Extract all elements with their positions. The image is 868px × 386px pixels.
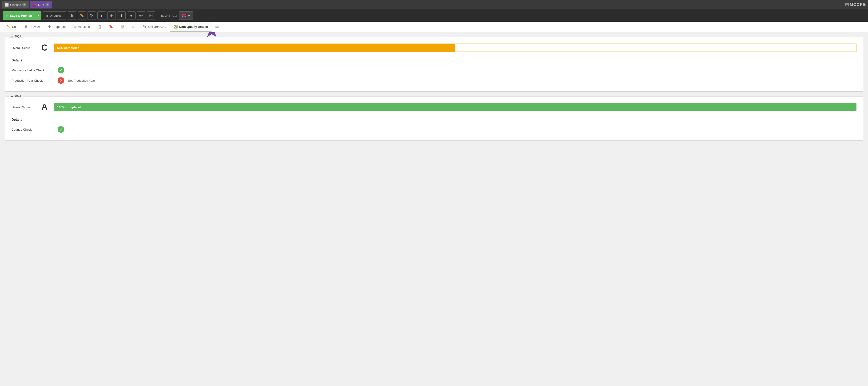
reload-icon: ↻ bbox=[90, 13, 93, 18]
flag-icon: 🇬🇧 bbox=[181, 13, 187, 18]
tab-tasks[interactable]: 📝 bbox=[117, 22, 128, 32]
dq2-grade: A bbox=[40, 102, 49, 112]
target-button[interactable]: ⊕ bbox=[107, 11, 116, 20]
eye-button[interactable]: 👁 bbox=[137, 11, 146, 20]
reload-dropdown-button[interactable]: ▼ bbox=[97, 11, 106, 20]
info-icon: ℹ bbox=[121, 13, 122, 18]
toolbar-separator bbox=[158, 12, 158, 19]
unpublish-button[interactable]: ⊘ Unpublish bbox=[43, 11, 66, 20]
dq1-score-label: Overall Score bbox=[11, 46, 35, 50]
children-grid-tab-icon: 🔍 bbox=[143, 25, 147, 28]
tab-db6[interactable]: 🚗 DB6 ✕ bbox=[30, 1, 52, 8]
tab-classes-close[interactable]: ✕ bbox=[22, 3, 26, 7]
trash-icon: 🗑 bbox=[70, 13, 74, 18]
dq2-body: Overall Score A 100% completed Details C… bbox=[5, 96, 863, 140]
dq1-mandatory-name: Mandatory Fields Check bbox=[11, 68, 54, 72]
dq1-production-year-message: Set Production Year bbox=[68, 79, 95, 82]
save-publish-dropdown-arrow[interactable]: ▼ bbox=[35, 14, 41, 17]
versions-tab-icon: ⊞ bbox=[74, 25, 77, 28]
delete-button[interactable]: 🗑 bbox=[68, 11, 76, 20]
dq2-score-row: Overall Score A 100% completed bbox=[11, 102, 857, 112]
info-dropdown-button[interactable]: ▼ bbox=[127, 11, 135, 20]
unpublish-label: Unpublish bbox=[50, 14, 63, 18]
target-icon: ⊕ bbox=[110, 13, 113, 18]
dq2-progress-fill: 100% completed bbox=[54, 103, 856, 111]
tab-properties[interactable]: ⚙ Properties bbox=[44, 22, 70, 32]
tab-db6-close[interactable]: ✕ bbox=[45, 3, 50, 7]
save-publish-label: Save & Publish bbox=[10, 14, 32, 18]
info-dropdown-icon: ▼ bbox=[129, 13, 133, 18]
book-tab-icon: 📖 bbox=[215, 25, 219, 28]
tab-data-quality-label: Data Quality Details bbox=[179, 25, 208, 28]
dq1-score-row: Overall Score C 50% completed bbox=[11, 43, 857, 53]
dq1-check-production-year: Production Year Check ✕ Set Production Y… bbox=[11, 75, 857, 86]
dq1-collapse-icon[interactable]: ▬ bbox=[10, 35, 13, 38]
toolbar: ✓ Save & Publish ▼ ⊘ Unpublish 🗑 ✏️ ↻ ▼ … bbox=[0, 9, 868, 22]
dq1-body: Overall Score C 50% completed Details Ma… bbox=[5, 37, 863, 91]
dq2-progress-label: 100% completed bbox=[57, 106, 81, 109]
pencil-icon: ✏️ bbox=[80, 13, 84, 18]
properties-tab-icon: ⚙ bbox=[48, 25, 51, 28]
dq2-label: DQ2 bbox=[15, 94, 21, 97]
save-check-icon: ✓ bbox=[6, 13, 8, 18]
dq1-production-year-name: Production Year Check bbox=[11, 79, 54, 82]
edit-button[interactable]: ✏️ bbox=[78, 11, 86, 20]
tab-scheduled[interactable]: 📋 bbox=[94, 22, 105, 32]
language-selector[interactable]: 🇬🇧 ▼ bbox=[179, 11, 193, 20]
dq2-details-heading: Details bbox=[11, 118, 857, 121]
dq2-header: ▬ DQ2 bbox=[9, 94, 23, 97]
dq1-section: ▬ DQ1 Overall Score C 50% completed Deta… bbox=[5, 37, 863, 92]
classes-icon: ⬜ bbox=[5, 3, 9, 7]
dq1-header: ▬ DQ1 bbox=[9, 35, 23, 38]
arrow-pointer bbox=[203, 32, 221, 42]
tasks-tab-icon: 📝 bbox=[121, 25, 124, 28]
main-content: ▬ DQ1 Overall Score C 50% completed Deta… bbox=[0, 32, 868, 385]
tab-edit[interactable]: ✏️ Edit bbox=[3, 22, 21, 32]
reload-button[interactable]: ↻ bbox=[88, 11, 96, 20]
object-id: ID 248 bbox=[161, 14, 170, 18]
dq2-country-name: Country Check bbox=[11, 128, 54, 131]
scheduled-tab-icon: 📋 bbox=[97, 25, 101, 28]
dq1-label: DQ1 bbox=[15, 35, 21, 38]
tab-bar: ⬜ Classes ✕ 🚗 DB6 ✕ PIMCORE bbox=[0, 0, 868, 9]
object-class: Car bbox=[173, 14, 178, 18]
dq2-score-label: Overall Score bbox=[11, 106, 35, 109]
dq1-check-mandatory: Mandatory Fields Check ✓ bbox=[11, 65, 857, 75]
tab-versions-label: Versions bbox=[78, 25, 90, 28]
tab-children-grid[interactable]: 🔍 Children Grid bbox=[139, 22, 170, 32]
dq2-collapse-icon[interactable]: ▬ bbox=[10, 94, 13, 97]
edit-tab-icon: ✏️ bbox=[7, 25, 10, 28]
dq2-section: ▬ DQ2 Overall Score A 100% completed Det… bbox=[5, 96, 863, 141]
db6-icon: 🚗 bbox=[33, 3, 37, 7]
tab-classes-label: Classes bbox=[10, 3, 21, 7]
tab-properties-label: Properties bbox=[53, 25, 66, 28]
tab-data-quality[interactable]: ✅ Data Quality Details bbox=[170, 22, 212, 32]
tab-preview[interactable]: 🖥 Preview bbox=[21, 22, 44, 32]
nav-tabs: ✏️ Edit 🖥 Preview ⚙ Properties ⊞ Version… bbox=[0, 22, 868, 32]
tab-classes[interactable]: ⬜ Classes ✕ bbox=[2, 1, 29, 8]
tab-book[interactable]: 📖 bbox=[212, 22, 223, 32]
tab-edit-label: Edit bbox=[12, 25, 17, 28]
unpublish-icon: ⊘ bbox=[46, 14, 49, 18]
dq1-details-heading: Details bbox=[11, 58, 857, 62]
dq2-check-country: Country Check ✓ bbox=[11, 124, 857, 135]
tags-tab-icon: 🏷 bbox=[132, 25, 135, 28]
dq2-country-status: ✓ bbox=[58, 126, 64, 133]
tab-tags[interactable]: 🏷 bbox=[128, 22, 139, 32]
eye-icon: 👁 bbox=[139, 13, 143, 18]
info-button[interactable]: ℹ bbox=[117, 11, 126, 20]
notes-tab-icon: 🔖 bbox=[109, 25, 113, 28]
pimcore-logo: PIMCORE bbox=[845, 3, 866, 7]
dq1-progress-container: 50% completed bbox=[54, 43, 857, 52]
tab-versions[interactable]: ⊞ Versions bbox=[70, 22, 94, 32]
tab-notes[interactable]: 🔖 bbox=[105, 22, 117, 32]
svg-marker-0 bbox=[207, 32, 216, 37]
share-icon: ⋈ bbox=[149, 13, 153, 18]
dq1-progress-fill: 50% completed bbox=[54, 44, 455, 52]
share-button[interactable]: ⋈ bbox=[147, 11, 155, 20]
dq1-progress-label: 50% completed bbox=[57, 46, 80, 50]
tab-preview-label: Preview bbox=[29, 25, 40, 28]
save-publish-button[interactable]: ✓ Save & Publish ▼ bbox=[3, 11, 41, 20]
reload-dropdown-icon: ▼ bbox=[100, 13, 103, 18]
tab-db6-label: DB6 bbox=[38, 3, 44, 7]
